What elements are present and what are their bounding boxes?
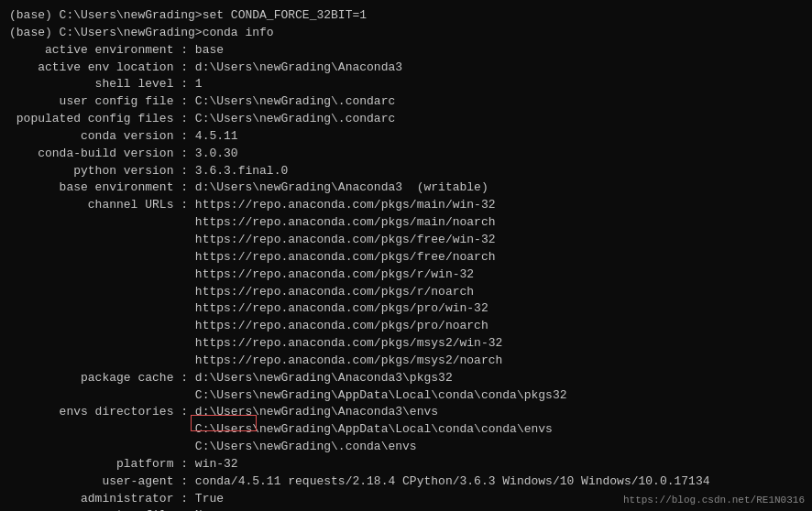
terminal-line: conda-build version : 3.0.30 [9, 146, 803, 163]
watermark: https://blog.csdn.net/RE1N0316 [623, 495, 805, 506]
terminal-line: https://repo.anaconda.com/pkgs/msys2/win… [9, 335, 803, 353]
terminal-line: https://repo.anaconda.com/pkgs/r/noarch [9, 284, 803, 301]
terminal-line: shell level : 1 [9, 76, 803, 93]
terminal-line: https://repo.anaconda.com/pkgs/free/noar… [9, 249, 803, 266]
terminal-line: C:\Users\newGrading\AppData\Local\conda\… [9, 421, 803, 439]
terminal-line: active env location : d:\Users\newGradin… [9, 60, 803, 77]
terminal-line: https://repo.anaconda.com/pkgs/pro/win-3… [9, 300, 803, 318]
terminal-line: populated config files : C:\Users\newGra… [9, 111, 803, 128]
terminal-line: C:\Users\newGrading\.conda\envs [9, 439, 803, 456]
terminal-line: (base) C:\Users\newGrading>conda info [9, 25, 803, 42]
terminal-line: netrc file : None [9, 507, 803, 511]
terminal-line: user config file : C:\Users\newGrading\.… [9, 93, 803, 111]
terminal-line: platform : win-32 [9, 456, 803, 473]
terminal-line: https://repo.anaconda.com/pkgs/free/win-… [9, 232, 803, 249]
terminal-line: active environment : base [9, 42, 803, 60]
terminal-line: envs directories : d:\Users\newGrading\A… [9, 404, 803, 421]
terminal-line: https://repo.anaconda.com/pkgs/main/noar… [9, 214, 803, 232]
terminal-line: (base) C:\Users\newGrading>set CONDA_FOR… [9, 7, 803, 25]
terminal-line: https://repo.anaconda.com/pkgs/pro/noarc… [9, 318, 803, 335]
terminal-line: package cache : d:\Users\newGrading\Anac… [9, 370, 803, 387]
terminal-line: conda version : 4.5.11 [9, 128, 803, 146]
terminal-line: https://repo.anaconda.com/pkgs/msys2/noa… [9, 353, 803, 370]
terminal-line: https://repo.anaconda.com/pkgs/r/win-32 [9, 266, 803, 284]
terminal-line: python version : 3.6.3.final.0 [9, 163, 803, 180]
terminal-line: C:\Users\newGrading\AppData\Local\conda\… [9, 387, 803, 405]
terminal-window: (base) C:\Users\newGrading>set CONDA_FOR… [0, 0, 812, 511]
terminal-output: (base) C:\Users\newGrading>set CONDA_FOR… [9, 7, 803, 511]
terminal-line: user-agent : conda/4.5.11 requests/2.18.… [9, 473, 803, 491]
terminal-line: channel URLs : https://repo.anaconda.com… [9, 197, 803, 214]
terminal-line: base environment : d:\Users\newGrading\A… [9, 179, 803, 197]
